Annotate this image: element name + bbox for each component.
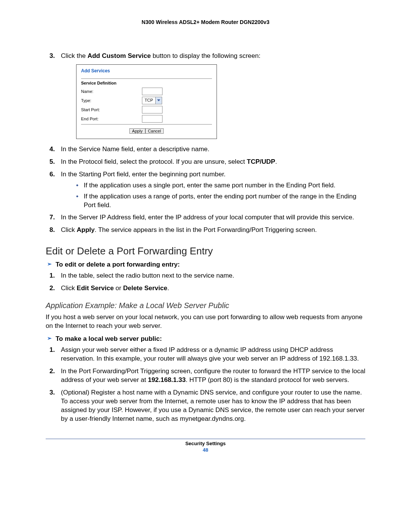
step-number: 6. xyxy=(49,170,55,179)
step-4: 4. In the Service Name field, enter a de… xyxy=(46,145,365,154)
step-3-pre: Click the xyxy=(61,52,88,59)
document-header: N300 Wireless ADSL2+ Modem Router DGN220… xyxy=(46,19,365,25)
panel-title: Add Services xyxy=(81,68,212,74)
step-number: 2. xyxy=(49,284,55,293)
type-label: Type: xyxy=(81,98,142,104)
apply-button[interactable]: Apply xyxy=(129,128,145,134)
sectionA-step-1-text: In the table, select the radio button ne… xyxy=(61,272,234,279)
service-definition-heading: Service Definition xyxy=(81,80,212,86)
step-5-post: . xyxy=(275,158,277,165)
procedure-heading: To make a local web server public: xyxy=(46,335,365,343)
s2-post: . xyxy=(167,284,169,292)
sB-s2-post: . HTTP (port 80) is the standard protoco… xyxy=(186,376,349,383)
footer-rule xyxy=(46,439,365,439)
name-input[interactable] xyxy=(142,88,162,95)
panel-divider xyxy=(81,78,212,79)
step-6-bullet-1: If the application uses a single port, e… xyxy=(72,181,365,190)
footer-section-name: Security Settings xyxy=(46,441,365,446)
start-port-input[interactable] xyxy=(142,106,162,113)
sectionB-step-3-text: (Optional) Register a host name with a D… xyxy=(61,389,365,422)
step-8: 8. Click Apply. The service appears in t… xyxy=(46,226,365,235)
step-number: 3. xyxy=(49,52,55,61)
step-6-text: In the Starting Port field, enter the be… xyxy=(61,171,226,178)
step-6: 6. In the Starting Port field, enter the… xyxy=(46,170,365,210)
section-edit-delete-heading: Edit or Delete a Port Forwarding Entry xyxy=(46,245,365,257)
ip-address-label: 192.168.1.33 xyxy=(148,376,186,383)
type-select[interactable]: TCP xyxy=(142,97,162,104)
end-port-input[interactable] xyxy=(142,115,162,123)
sectionB-step-2: 2. In the Port Forwarding/Port Triggerin… xyxy=(46,367,365,385)
step-number: 8. xyxy=(49,226,55,235)
step-7: 7. In the Server IP Address field, enter… xyxy=(46,213,365,222)
step-8-post: . The service appears in the list in the… xyxy=(95,226,317,233)
procedure-heading: To edit or delete a port forwarding entr… xyxy=(46,261,365,268)
s2-pre: Click xyxy=(61,284,77,292)
tcp-udp-label: TCP/UDP xyxy=(247,158,276,165)
apply-label: Apply xyxy=(77,226,95,233)
sectionA-step-1: 1. In the table, select the radio button… xyxy=(46,272,365,280)
sectionB-step-1: 1. Assign your web server either a fixed… xyxy=(46,346,365,363)
delete-service-label: Delete Service xyxy=(123,284,167,292)
step-8-pre: Click xyxy=(61,226,77,233)
chevron-down-icon[interactable] xyxy=(155,97,162,104)
step-6-bullet-2: If the application uses a range of ports… xyxy=(72,192,365,210)
step-5-pre: In the Protocol field, select the protoc… xyxy=(61,158,247,165)
step-number: 1. xyxy=(49,346,55,355)
cancel-button[interactable]: Cancel xyxy=(145,128,164,134)
add-services-panel: Add Services Service Definition Name: Ty… xyxy=(76,64,217,139)
step-4-text: In the Service Name field, enter a descr… xyxy=(61,145,209,153)
step-3-post: button to display the following screen: xyxy=(151,52,260,59)
sectionB-step-1-text: Assign your web server either a fixed IP… xyxy=(61,346,359,362)
subsection-application-example: Application Example: Make a Local Web Se… xyxy=(46,301,365,310)
add-custom-service-label: Add Custom Service xyxy=(88,52,151,59)
step-number: 5. xyxy=(49,158,55,166)
sectionB-intro: If you host a web server on your local n… xyxy=(46,313,365,331)
start-port-label: Start Port: xyxy=(81,107,142,113)
step-number: 7. xyxy=(49,213,55,222)
step-5: 5. In the Protocol field, select the pro… xyxy=(46,158,365,166)
step-number: 3. xyxy=(49,388,55,397)
page-number: 48 xyxy=(46,447,365,453)
step-number: 1. xyxy=(49,272,55,280)
name-label: Name: xyxy=(81,89,142,94)
edit-service-label: Edit Service xyxy=(77,284,114,292)
step-3: 3. Click the Add Custom Service button t… xyxy=(46,52,365,139)
type-select-value: TCP xyxy=(142,97,155,104)
step-number: 4. xyxy=(49,145,55,154)
panel-divider xyxy=(81,124,212,125)
sectionA-step-2: 2. Click Edit Service or Delete Service. xyxy=(46,284,365,293)
step-7-text: In the Server IP Address field, enter th… xyxy=(61,214,354,221)
end-port-label: End Port: xyxy=(81,116,142,122)
step-number: 2. xyxy=(49,367,55,376)
sectionB-step-3: 3. (Optional) Register a host name with … xyxy=(46,388,365,423)
s2-mid: or xyxy=(114,284,123,292)
